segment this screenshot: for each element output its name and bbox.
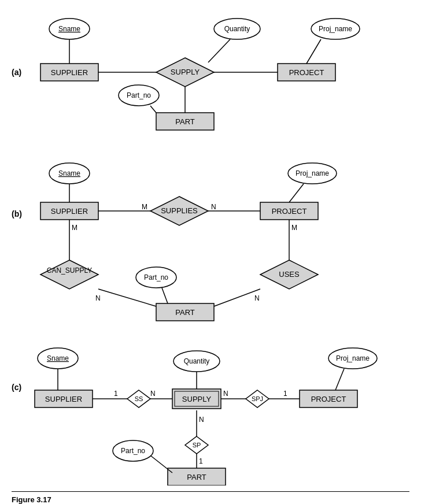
proj-name-label-b: Proj_name: [296, 169, 329, 177]
can-supply-diamond: [40, 260, 98, 289]
proj-name-label-c: Proj_name: [336, 354, 370, 362]
card-n1-c: N: [150, 390, 156, 398]
quantity-label: Quantity: [224, 25, 250, 33]
caption-title: Figure 3.17: [12, 495, 409, 504]
ss-label: SS: [135, 395, 143, 402]
diagram-b: (b) M N M M N N SUPPLIER Sname: [12, 144, 409, 324]
svg-c: 1 N N 1 N 1 SUPPLIER Sname SS SUPPLY Qua…: [29, 329, 421, 486]
svg-line-5: [306, 39, 321, 64]
svg-line-12: [214, 289, 260, 306]
diagram-c: (c) 1 N N 1 N 1 SUPPLIER Sname SS SUPPLY: [12, 329, 409, 486]
label-b: (b): [12, 209, 22, 218]
supplies-label: SUPPLIES: [161, 206, 198, 215]
part-no-label-b: Part_no: [144, 273, 168, 281]
svg-line-11: [98, 289, 156, 306]
project-label: PROJECT: [289, 68, 324, 77]
card-n1: N: [211, 203, 216, 211]
diagram-a: (a) SUPPLIER Sname SUPPLY Quantity PROJE…: [12, 6, 409, 139]
svg-b: M N M M N N SUPPLIER Sname SUPPLIES: [29, 144, 421, 324]
uses-label: USES: [279, 270, 300, 279]
svg-a: SUPPLIER Sname SUPPLY Quantity PROJECT P…: [29, 6, 421, 139]
caption-area: Figure 3.17 Ternary relationship types. …: [12, 491, 409, 504]
card-m3: M: [291, 224, 297, 232]
svg-line-4: [208, 39, 230, 62]
can-supply-label: CAN_SUPPLY: [47, 266, 92, 275]
label-c: (c): [12, 383, 21, 392]
label-a: (a): [12, 68, 21, 77]
card-m1: M: [142, 203, 147, 211]
card-one1: 1: [114, 390, 118, 398]
project-label-b: PROJECT: [272, 207, 307, 216]
spj-label: SPJ: [252, 395, 263, 402]
card-one2-c: 1: [283, 390, 287, 398]
card-one3-c: 1: [199, 457, 203, 465]
card-n2: N: [95, 294, 101, 302]
proj-name-label: Proj_name: [319, 25, 352, 33]
quantity-label-c: Quantity: [184, 357, 210, 365]
svg-line-14: [289, 184, 304, 202]
project-label-c: PROJECT: [311, 395, 346, 403]
supplier-label: SUPPLIER: [51, 68, 88, 77]
sname-label-c: Sname: [47, 354, 69, 362]
part-label-b: PART: [175, 308, 195, 317]
supplier-label-b: SUPPLIER: [51, 207, 88, 216]
part-label-a: PART: [175, 117, 195, 126]
sp-label: SP: [193, 442, 201, 449]
supplier-label-c: SUPPLIER: [45, 395, 82, 403]
svg-line-25: [150, 455, 172, 473]
supply-label: SUPPLY: [171, 68, 200, 76]
svg-line-15: [162, 288, 168, 303]
sname-label-b: Sname: [58, 169, 80, 177]
supply-label-c: SUPPLY: [182, 395, 212, 403]
card-n2-c: N: [223, 390, 228, 398]
part-label-c: PART: [187, 473, 206, 481]
svg-line-6: [150, 106, 156, 113]
card-n3-c: N: [199, 416, 204, 424]
svg-line-24: [335, 369, 344, 390]
card-m2: M: [72, 224, 77, 232]
part-no-label-c: Part_no: [121, 447, 145, 455]
part-no-label-a: Part_no: [127, 91, 151, 99]
sname-label: Sname: [58, 25, 80, 33]
card-n3: N: [254, 294, 260, 302]
